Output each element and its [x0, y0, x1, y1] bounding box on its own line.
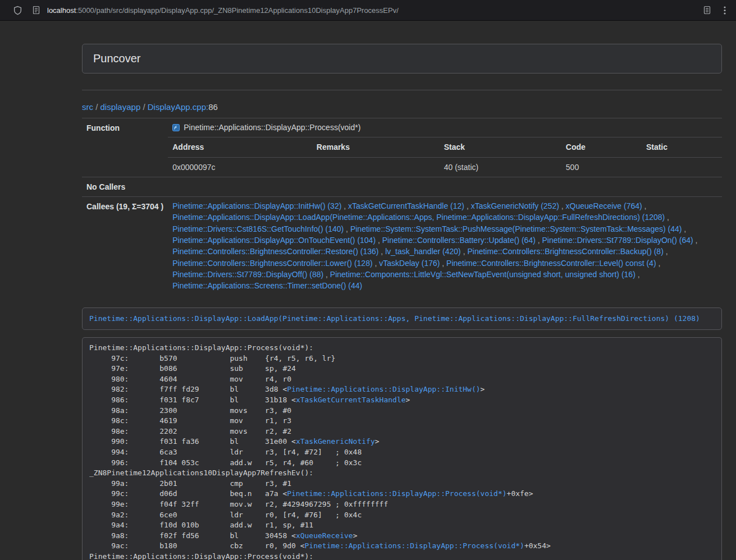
menu-kebab-icon[interactable]	[724, 6, 726, 15]
callee-link[interactable]: Pinetime::Controllers::BrightnessControl…	[467, 247, 663, 256]
disassembly-box: Pinetime::Applications::DisplayApp::Proc…	[82, 337, 722, 560]
stats-value: 40 (static)	[440, 157, 561, 177]
url-host: localhost	[47, 6, 76, 15]
callees-label: Callees (19, Σ=3704 )	[82, 197, 168, 295]
stats-value: 0x0000097c	[168, 157, 312, 177]
callee-separator: ,	[664, 247, 668, 256]
callee-separator: ,	[656, 259, 661, 268]
callee-separator: ,	[373, 259, 380, 268]
callee-separator: ,	[376, 236, 382, 245]
callees-list: Pinetime::Applications::DisplayApp::Init…	[172, 200, 717, 291]
stats-header-row: AddressRemarksStackCodeStatic	[168, 137, 722, 157]
callee-link[interactable]: Pinetime::Applications::DisplayApp::OnTo…	[172, 236, 376, 245]
disassembly-pre: Pinetime::Applications::DisplayApp::Proc…	[89, 343, 715, 560]
url-bar[interactable]: localhost:5000/path/src/displayapp/Displ…	[47, 6, 703, 15]
selected-symbol-link[interactable]: Pinetime::Applications::DisplayApp::Load…	[89, 314, 700, 323]
function-table: Function Pinetime::Applications::Display…	[82, 118, 722, 295]
callee-link[interactable]: Pinetime::Controllers::Battery::Update()…	[382, 236, 536, 245]
divider	[82, 90, 722, 90]
breadcrumb-link[interactable]: src	[82, 102, 93, 112]
callee-link[interactable]: vTaskDelay (176)	[379, 259, 440, 268]
stats-table: AddressRemarksStackCodeStatic 0x0000097c…	[168, 137, 722, 177]
stats-value-row: 0x0000097c40 (static)500	[168, 157, 722, 177]
function-name-row: Pinetime::Applications::DisplayApp::Proc…	[168, 118, 722, 137]
callees-row: Callees (19, Σ=3704 ) Pinetime::Applicat…	[82, 197, 722, 295]
no-callers-cell	[168, 177, 722, 196]
url-path: :5000/path/src/displayapp/DisplayApp.cpp…	[76, 6, 399, 15]
stats-column-header: Address	[168, 137, 312, 157]
stats-column-header: Static	[642, 137, 722, 157]
callee-separator: ,	[642, 201, 647, 210]
browser-toolbar: localhost:5000/path/src/displayapp/Displ…	[0, 0, 736, 21]
callee-link[interactable]: Pinetime::Controllers::BrightnessControl…	[172, 259, 372, 268]
disassembly-symbol-link[interactable]: Pinetime::Applications::DisplayApp::Proc…	[287, 489, 506, 498]
callee-link[interactable]: Pinetime::Drivers::St7789::DisplayOff() …	[172, 270, 323, 279]
stats-value: 500	[561, 157, 642, 177]
no-callers-label: No Callers	[82, 177, 168, 196]
breadcrumb-link[interactable]: DisplayApp.cpp:	[148, 102, 208, 112]
callee-link[interactable]: Pinetime::Applications::Screens::Timer::…	[172, 281, 362, 290]
callee-separator: ,	[378, 247, 385, 256]
callee-link[interactable]: lv_task_handler (420)	[385, 247, 461, 256]
reader-view-icon[interactable]	[703, 6, 711, 15]
callee-link[interactable]: Pinetime::Controllers::BrightnessControl…	[446, 259, 656, 268]
callee-separator: ,	[693, 236, 698, 245]
callee-link[interactable]: Pinetime::Applications::DisplayApp::Load…	[172, 213, 665, 222]
disassembly-symbol-link[interactable]: xTaskGenericNotify	[296, 437, 375, 446]
callee-separator: ,	[536, 236, 542, 245]
no-callers-row: No Callers	[82, 177, 722, 196]
callee-link[interactable]: Pinetime::Drivers::Cst816S::GetTouchInfo…	[172, 224, 344, 233]
page-icon[interactable]	[32, 6, 40, 15]
callee-link[interactable]: Pinetime::Controllers::BrightnessControl…	[172, 247, 378, 256]
callee-link[interactable]: xQueueReceive (764)	[566, 201, 642, 210]
stats-column-header: Remarks	[312, 137, 440, 157]
callee-link[interactable]: Pinetime::Components::LittleVgl::SetNewT…	[330, 270, 636, 279]
breadcrumb: src / displayapp / DisplayApp.cpp:86	[82, 102, 722, 112]
breadcrumb-separator: /	[140, 102, 148, 112]
breadcrumb-link[interactable]: displayapp	[100, 102, 141, 112]
callee-separator: ,	[344, 224, 350, 233]
stats-column-header: Stack	[440, 137, 561, 157]
disassembly-symbol-link[interactable]: xTaskGetCurrentTaskHandle	[296, 396, 406, 404]
function-icon	[172, 124, 180, 131]
stats-column-header: Code	[561, 137, 642, 157]
callee-link[interactable]: xTaskGenericNotify (252)	[471, 201, 559, 210]
callee-separator: ,	[682, 224, 686, 233]
shield-icon[interactable]	[13, 6, 22, 15]
stats-value	[312, 157, 440, 177]
callee-separator: ,	[323, 270, 330, 279]
function-label: Function	[82, 118, 168, 177]
breadcrumb-line-number: 86	[208, 102, 218, 112]
function-name: Pinetime::Applications::DisplayApp::Proc…	[184, 122, 360, 133]
callee-separator: ,	[461, 247, 468, 256]
function-row: Function Pinetime::Applications::Display…	[82, 118, 722, 177]
callee-link[interactable]: Pinetime::Drivers::St7789::DisplayOn() (…	[542, 236, 693, 245]
callee-separator: ,	[440, 259, 446, 268]
callee-separator: ,	[341, 201, 348, 210]
callee-separator: ,	[464, 201, 471, 210]
disassembly-symbol-link[interactable]: Pinetime::Applications::DisplayApp::Proc…	[305, 541, 524, 550]
callee-separator: ,	[559, 201, 566, 210]
disassembly-symbol-link[interactable]: Pinetime::Applications::DisplayApp::Init…	[287, 385, 480, 393]
page-container: Puncover src / displayapp / DisplayApp.c…	[82, 44, 722, 560]
callee-link[interactable]: xTaskGetCurrentTaskHandle (12)	[348, 201, 464, 210]
breadcrumb-separator: /	[93, 102, 100, 112]
disassembly-symbol-link[interactable]: xQueueReceive	[296, 531, 353, 540]
callee-link[interactable]: Pinetime::Applications::DisplayApp::Init…	[172, 201, 341, 210]
callee-separator: ,	[636, 270, 640, 279]
page-title: Puncover	[93, 52, 141, 65]
selected-symbol-box: Pinetime::Applications::DisplayApp::Load…	[82, 307, 722, 330]
callee-separator: ,	[665, 213, 669, 222]
stats-value	[642, 157, 722, 177]
function-detail-cell: Pinetime::Applications::DisplayApp::Proc…	[168, 118, 722, 177]
callee-link[interactable]: Pinetime::System::SystemTask::PushMessag…	[350, 224, 682, 233]
page-header: Puncover	[82, 44, 722, 74]
callees-cell: Pinetime::Applications::DisplayApp::Init…	[168, 197, 722, 295]
